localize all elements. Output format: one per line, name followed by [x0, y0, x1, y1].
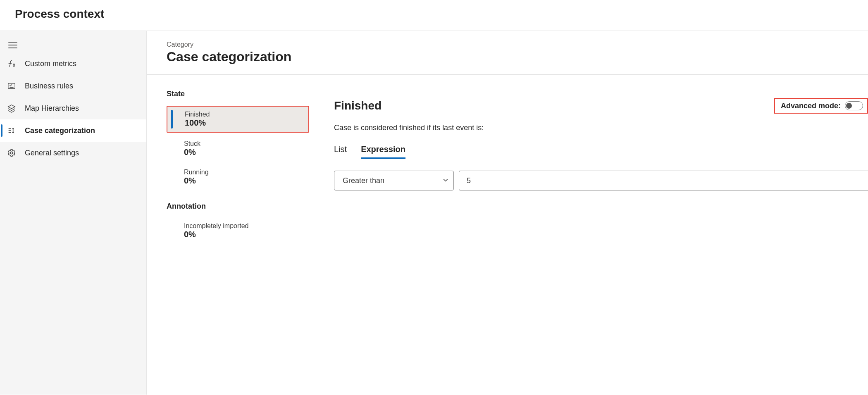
sidebar-item-label: Business rules — [25, 82, 73, 90]
sidebar-item-general-settings[interactable]: General settings — [0, 142, 146, 164]
operator-select[interactable]: Greater than — [334, 171, 454, 190]
detail-description: Case is considered finished if its last … — [334, 124, 868, 132]
sidebar-item-map-hierarchies[interactable]: Map Hierarchies — [0, 97, 146, 119]
tab-list[interactable]: List — [334, 145, 347, 159]
sidebar-item-case-categorization[interactable]: Case categorization — [0, 119, 146, 142]
state-name: Running — [184, 169, 303, 176]
categorize-icon — [7, 126, 17, 135]
detail-tabs: List Expression — [334, 145, 868, 159]
sidebar-item-label: Map Hierarchies — [25, 104, 79, 113]
state-card-stuck[interactable]: Stuck 0% — [167, 136, 309, 161]
advanced-mode-label: Advanced mode: — [781, 102, 841, 110]
rules-icon — [7, 81, 17, 90]
annotation-value: 0% — [184, 230, 303, 239]
detail-title: Finished — [334, 99, 382, 112]
sidebar-item-business-rules[interactable]: Business rules — [0, 75, 146, 97]
value-input[interactable] — [459, 171, 868, 190]
category-label: Category — [167, 41, 868, 48]
state-card-running[interactable]: Running 0% — [167, 164, 309, 190]
gear-icon — [7, 148, 17, 157]
state-name: Stuck — [184, 140, 303, 148]
state-value: 100% — [185, 118, 303, 128]
state-section-label: State — [167, 90, 309, 98]
sidebar: Custom metrics Business rules Map Hierar… — [0, 31, 147, 395]
state-value: 0% — [184, 176, 303, 186]
function-icon — [7, 59, 17, 68]
page-title: Process context — [0, 0, 868, 31]
svg-point-1 — [10, 152, 13, 154]
sidebar-item-custom-metrics[interactable]: Custom metrics — [0, 52, 146, 75]
hamburger-button[interactable] — [0, 34, 146, 52]
svg-rect-0 — [8, 83, 15, 89]
state-name: Finished — [185, 111, 303, 118]
chevron-down-icon — [443, 176, 448, 185]
annotation-section-label: Annotation — [167, 202, 309, 211]
hamburger-icon — [8, 42, 17, 48]
sidebar-item-label: Case categorization — [25, 126, 95, 135]
layers-icon — [7, 104, 17, 113]
sidebar-item-label: General settings — [25, 149, 79, 157]
tab-expression[interactable]: Expression — [361, 145, 405, 159]
toggle-knob — [846, 103, 852, 109]
state-value: 0% — [184, 148, 303, 157]
state-card-finished[interactable]: Finished 100% — [167, 106, 309, 133]
sidebar-item-label: Custom metrics — [25, 59, 76, 68]
main-content: Category Case categorization State Finis… — [147, 31, 868, 395]
advanced-mode-toggle[interactable] — [845, 101, 863, 110]
advanced-mode-container: Advanced mode: — [774, 98, 868, 114]
operator-selected-value: Greater than — [343, 176, 384, 185]
category-title: Case categorization — [167, 49, 868, 64]
annotation-name: Incompletely imported — [184, 222, 303, 230]
annotation-card-incompletely-imported[interactable]: Incompletely imported 0% — [167, 218, 309, 243]
